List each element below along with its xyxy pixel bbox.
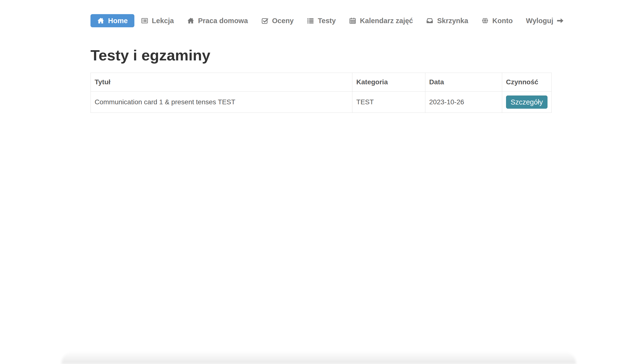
nav-item-oceny[interactable]: Oceny	[255, 14, 300, 27]
bottom-window-shadow	[62, 351, 576, 364]
nav-item-label: Wyloguj	[526, 17, 553, 25]
details-button[interactable]: Szczegóły	[506, 96, 547, 109]
list-alt-icon	[141, 17, 148, 24]
cell-category: TEST	[352, 92, 425, 113]
nav-item-lekcja[interactable]: Lekcja	[134, 14, 180, 27]
main-nav: Home Lekcja Praca domowa Oceny Testy	[91, 0, 552, 27]
page-title: Testy i egzaminy	[91, 47, 552, 64]
nav-item-kalendarz[interactable]: Kalendarz zajęć	[343, 14, 420, 27]
arrow-right-icon	[556, 17, 564, 24]
col-header-action: Czynność	[502, 73, 551, 92]
nav-item-label: Lekcja	[152, 17, 174, 25]
nav-item-konto[interactable]: Konto	[475, 14, 519, 27]
nav-item-home[interactable]: Home	[91, 14, 134, 27]
nav-item-testy[interactable]: Testy	[300, 14, 343, 27]
calendar-icon	[349, 17, 356, 24]
tests-table: Tytuł Kategoria Data Czynność Communicat…	[91, 72, 552, 113]
nav-item-skrzynka[interactable]: Skrzynka	[420, 14, 475, 27]
check-square-icon	[261, 17, 268, 24]
nav-item-praca-domowa[interactable]: Praca domowa	[180, 14, 255, 27]
nav-item-label: Praca domowa	[198, 17, 248, 25]
nav-item-label: Konto	[492, 17, 513, 25]
col-header-date: Data	[425, 73, 502, 92]
home-icon	[187, 17, 194, 24]
cell-title: Communication card 1 & present tenses TE…	[91, 92, 352, 113]
table-row: Communication card 1 & present tenses TE…	[91, 92, 552, 113]
nav-item-label: Skrzynka	[437, 17, 468, 25]
home-icon	[97, 17, 104, 24]
col-header-category: Kategoria	[352, 73, 425, 92]
inbox-icon	[426, 17, 433, 24]
nav-item-label: Oceny	[272, 17, 294, 25]
nav-item-wyloguj[interactable]: Wyloguj	[519, 14, 571, 27]
main-container: Home Lekcja Praca domowa Oceny Testy	[91, 0, 552, 113]
nav-item-label: Testy	[318, 17, 336, 25]
col-header-title: Tytuł	[91, 73, 352, 92]
table-header: Tytuł Kategoria Data Czynność	[91, 73, 552, 92]
list-icon	[307, 17, 314, 24]
cell-date: 2023-10-26	[425, 92, 502, 113]
cell-action: Szczegóły	[502, 92, 551, 113]
nav-item-label: Home	[108, 17, 128, 25]
nav-item-label: Kalendarz zajęć	[360, 17, 413, 25]
globe-icon	[481, 17, 489, 24]
